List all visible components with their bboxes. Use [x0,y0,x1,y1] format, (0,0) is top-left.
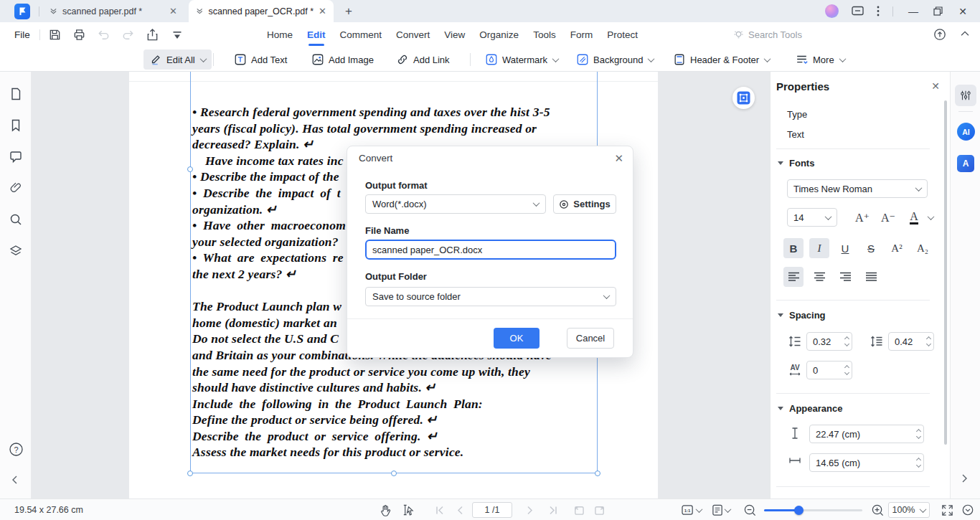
paragraph-spacing-input[interactable]: 0.42 [888,332,934,351]
font-color-chevron-icon[interactable] [928,213,935,220]
add-text-button[interactable]: Add Text [228,49,293,70]
expand-panel-icon[interactable] [961,473,969,483]
output-folder-select[interactable]: Save to source folder [365,287,616,306]
properties-rail-button[interactable] [955,85,976,106]
zoom-slider-track[interactable] [764,509,862,511]
panel-scrollbar[interactable] [944,100,947,445]
layers-icon[interactable] [9,244,23,258]
select-tool-icon[interactable] [402,502,415,518]
attachments-icon[interactable] [9,181,23,195]
minimize-button[interactable]: — [906,6,920,17]
search-icon[interactable] [9,212,23,227]
restore-button[interactable] [933,6,943,16]
header-footer-button[interactable]: Header & Footer [667,49,776,70]
actual-size-button[interactable]: 1:1 [682,502,702,518]
zoom-in-icon[interactable] [871,502,885,518]
decrease-font-size-button[interactable]: A⁻ [878,207,898,227]
width-input[interactable]: 14.65 (cm) [809,453,924,472]
background-button[interactable]: Background [570,49,659,70]
user-avatar[interactable] [825,4,839,18]
output-format-select[interactable]: Word(*.docx) [365,194,546,214]
ok-button[interactable]: OK [494,328,540,349]
align-justify-button[interactable] [861,267,881,287]
page-number-input[interactable]: 1 /1 [472,502,512,518]
dialog-close-icon[interactable]: ✕ [614,152,623,165]
tab-protect[interactable]: Protect [600,22,645,47]
font-color-button[interactable]: A [904,207,924,227]
watermark-button[interactable]: Watermark [479,49,564,70]
subscript-button[interactable]: A₂ [913,238,933,258]
tab-chevron-icon[interactable] [196,7,203,15]
file-name-input[interactable] [365,240,616,260]
tab-scanned-paper[interactable]: scanned paper.pdf * ✕ [42,0,184,22]
collapse-ribbon-icon[interactable] [958,27,971,40]
help-icon[interactable]: ? [9,442,23,456]
tab-tools[interactable]: Tools [526,22,563,47]
comments-icon[interactable] [9,150,23,164]
tab-chevron-icon[interactable] [50,7,57,15]
selection-handle[interactable] [595,471,600,476]
appearance-section-header[interactable]: Appearance [778,403,842,414]
thumbnails-icon[interactable] [9,87,23,101]
italic-button[interactable]: I [809,238,829,258]
settings-button[interactable]: Settings [553,194,616,214]
strikethrough-button[interactable]: S [861,238,881,258]
superscript-button[interactable]: A² [887,238,907,258]
character-spacing-input[interactable]: 0 [806,361,852,379]
tab-comment[interactable]: Comment [333,22,390,47]
bookmarks-icon[interactable] [9,118,23,133]
font-size-select[interactable]: 14 [787,208,837,227]
tab-scanned-paper-ocr[interactable]: scanned paper_OCR.pdf * ✕ [189,0,334,22]
spacing-section-header[interactable]: Spacing [778,310,826,321]
increase-font-size-button[interactable]: A⁺ [852,207,872,227]
underline-button[interactable]: U [835,238,855,258]
align-left-button[interactable] [783,267,804,287]
zoom-slider-handle[interactable] [794,506,804,515]
edit-all-button[interactable]: Edit All [143,49,212,70]
close-properties-icon[interactable]: ✕ [931,80,940,92]
feedback-icon[interactable] [852,6,864,16]
toolbar-options-icon[interactable] [169,27,184,42]
tab-convert[interactable]: Convert [389,22,437,47]
file-menu[interactable]: File [14,29,30,40]
fonts-section-header[interactable]: Fonts [778,158,814,169]
selection-handle[interactable] [391,471,397,476]
page-layout-button[interactable] [712,502,730,518]
ocr-area-select-button[interactable] [732,87,755,109]
tab-edit[interactable]: Edit [300,22,333,47]
app-logo-icon[interactable] [14,4,30,19]
tab-view[interactable]: View [437,22,472,47]
tab-close-icon[interactable]: ✕ [169,6,177,16]
tab-home[interactable]: Home [260,22,300,47]
bold-button[interactable]: B [783,238,804,258]
ai-assistant-button[interactable]: AI [957,123,975,141]
share-icon[interactable] [145,27,160,42]
close-button[interactable]: ✕ [956,6,970,17]
align-right-button[interactable] [835,267,855,287]
fullscreen-icon[interactable] [941,502,953,518]
cancel-button[interactable]: Cancel [567,328,614,349]
line-spacing-input[interactable]: 0.32 [806,332,852,351]
new-tab-button[interactable]: + [345,4,352,19]
tab-form[interactable]: Form [563,22,600,47]
zoom-level-select[interactable]: 100% [888,502,930,518]
hand-tool-icon[interactable] [379,502,391,518]
zoom-out-icon[interactable] [743,502,757,518]
tab-organize[interactable]: Organize [472,22,526,47]
more-view-options-icon[interactable] [961,502,974,518]
more-button[interactable]: More [789,49,851,70]
print-icon[interactable] [72,27,87,42]
tab-close-icon[interactable]: ✕ [319,6,326,16]
collapse-sidebar-icon[interactable] [11,475,25,489]
align-center-button[interactable] [809,267,829,287]
kebab-menu-icon[interactable] [877,6,880,16]
cloud-upload-icon[interactable] [933,27,947,42]
translate-button[interactable]: A [957,155,974,172]
save-icon[interactable] [47,27,62,42]
selection-handle[interactable] [187,471,193,476]
font-family-select[interactable]: Times New Roman [787,179,928,198]
add-image-button[interactable]: Add Image [306,49,380,70]
height-input[interactable]: 22.47 (cm) [809,425,924,443]
search-tools[interactable]: Search Tools [733,22,802,47]
add-link-button[interactable]: Add Link [390,49,456,70]
